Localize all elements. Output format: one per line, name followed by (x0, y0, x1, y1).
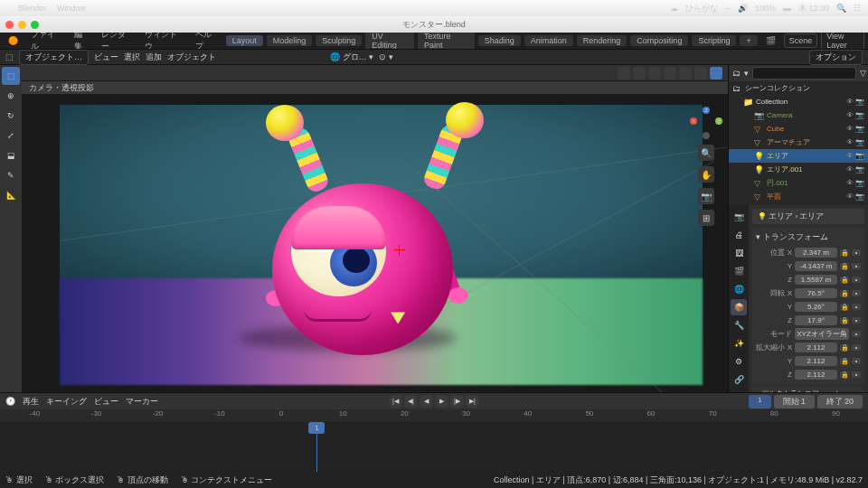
outliner-editor-icon[interactable]: 🗂 (732, 69, 741, 78)
tl-menu-keying[interactable]: キーイング (46, 396, 87, 408)
viewport-canvas[interactable]: X Y Z 🔍 ✋ 📷 ⊞ (22, 94, 728, 392)
perspective-icon[interactable]: ⊞ (698, 210, 714, 226)
loc-z[interactable]: 1.5587 m (795, 275, 837, 285)
workspace-tab-animation[interactable]: Animation (524, 35, 573, 46)
control-center-icon[interactable]: ☷ (854, 4, 861, 13)
shading-preview[interactable] (694, 67, 707, 80)
prop-tab-modifier[interactable]: 🔧 (731, 317, 747, 333)
volume-icon[interactable]: 🔊 (738, 4, 748, 13)
jump-start-button[interactable]: |◀ (390, 395, 402, 408)
minimize-icon[interactable] (18, 21, 26, 29)
outliner-row[interactable]: 💡エリア.001👁 📷 (729, 163, 868, 176)
transform-label[interactable]: トランスフォーム (763, 232, 828, 241)
keyframe-prev-button[interactable]: ◀| (405, 395, 418, 408)
frame-end[interactable]: 終了 20 (817, 395, 863, 408)
zoom-icon[interactable] (31, 21, 39, 29)
prop-tab-particles[interactable]: ✨ (731, 335, 747, 352)
vp-menu-add[interactable]: 追加 (146, 52, 162, 63)
play-button[interactable]: ▶ (436, 395, 448, 408)
workspace-add-tab[interactable]: + (740, 35, 757, 46)
timeline-ruler[interactable]: -40-30-20-100102030405060708090 (0, 409, 868, 422)
traffic-lights[interactable] (5, 21, 39, 29)
tool-rotate[interactable]: ⤢ (2, 127, 20, 145)
outliner-row[interactable]: ▽円.001👁 📷 (729, 176, 868, 190)
prop-tab-constraint[interactable]: 🔗 (731, 371, 747, 388)
loc-x[interactable]: 2.347 m (795, 248, 837, 258)
workspace-tab-shading[interactable]: Shading (478, 35, 521, 46)
tl-menu-marker[interactable]: マーカー (126, 396, 158, 408)
vp-menu-view[interactable]: ビュー (94, 52, 118, 63)
spotlight-icon[interactable]: 🔍 (836, 4, 846, 13)
prop-tab-physics[interactable]: ⚙ (731, 353, 747, 370)
keyframe-next-button[interactable]: |▶ (451, 395, 464, 408)
outliner-mode-icon[interactable]: ▾ (744, 69, 749, 78)
vp-menu-select[interactable]: 選択 (124, 52, 140, 63)
scene-selector[interactable]: Scene (784, 33, 818, 48)
tool-scale[interactable]: ⬓ (2, 146, 20, 164)
outliner-search[interactable] (752, 67, 856, 80)
workspace-tab-texpaint[interactable]: Texture Paint (418, 31, 475, 51)
app-menu-window[interactable]: Window (57, 4, 86, 13)
rot-x[interactable]: 76.5° (795, 288, 837, 298)
workspace-tab-rendering[interactable]: Rendering (577, 35, 627, 46)
outliner-row[interactable]: ▽Cube👁 📷 (729, 122, 868, 136)
rot-z[interactable]: 17.9° (795, 315, 837, 325)
tl-menu-view[interactable]: ビュー (94, 396, 118, 408)
orientation-selector[interactable]: 🌐 グロ… ▾ (330, 52, 373, 63)
xray-toggle[interactable] (648, 67, 661, 80)
tool-cursor[interactable]: ⊕ (2, 87, 20, 105)
options-popover[interactable]: オプション (809, 50, 863, 65)
blender-icon[interactable]: 🟠 (4, 34, 23, 47)
pan-icon[interactable]: ✋ (698, 166, 714, 183)
wifi-icon[interactable]: ⌢ (725, 4, 731, 14)
overlay-toggle[interactable] (618, 67, 630, 80)
play-reverse-button[interactable]: ◀ (420, 395, 433, 408)
scale-z[interactable]: 2.112 (795, 370, 837, 380)
outliner-row[interactable]: 💡エリア👁 📷 (729, 149, 868, 163)
workspace-tab-sculpting[interactable]: Sculpting (316, 35, 362, 46)
timeline-editor-icon[interactable]: 🕐 (5, 397, 15, 406)
jump-end-button[interactable]: ▶| (467, 395, 479, 408)
pivot-selector[interactable]: ⊙ ▾ (379, 52, 393, 61)
app-name[interactable]: Blender (18, 4, 46, 13)
workspace-tab-scripting[interactable]: Scripting (692, 35, 736, 46)
prop-tab-world[interactable]: 🌐 (731, 281, 747, 297)
viewport-gizmo[interactable]: X Y Z 🔍 ✋ 📷 ⊞ (690, 107, 722, 226)
workspace-tab-layout[interactable]: Layout (226, 35, 263, 46)
outliner-row[interactable]: 📁Collection👁 📷 (729, 95, 868, 108)
outliner-row[interactable]: ▽アーマチュア👁 📷 (729, 136, 868, 149)
shading-wireframe[interactable] (664, 67, 676, 80)
prop-tab-viewlayer[interactable]: 🖼 (731, 245, 747, 261)
scene-collection-label[interactable]: シーンコレクション (745, 83, 864, 93)
prop-tab-render[interactable]: 📷 (731, 209, 747, 225)
scale-x[interactable]: 2.112 (795, 343, 837, 352)
prop-tab-scene[interactable]: 🎬 (731, 263, 747, 279)
vp-menu-object[interactable]: オブジェクト (167, 52, 216, 63)
gizmo-toggle[interactable] (633, 67, 646, 80)
rot-y[interactable]: 5.26° (795, 302, 837, 312)
ime-indicator[interactable]: ひらがな (685, 3, 718, 14)
editor-type-icon[interactable]: ⬚ (5, 52, 14, 61)
outliner-filter-icon[interactable]: ▽ (860, 69, 866, 78)
loc-y[interactable]: -4.1437 m (795, 261, 837, 271)
tool-measure[interactable]: 📐 (2, 186, 20, 204)
tool-move[interactable]: ↻ (2, 107, 20, 125)
prop-tab-output[interactable]: 🖨 (731, 227, 747, 243)
workspace-tab-modeling[interactable]: Modeling (267, 35, 313, 46)
shading-solid[interactable] (679, 67, 692, 80)
orbit-gizmo[interactable]: X Y Z (690, 107, 722, 139)
timeline-track[interactable]: 1 (0, 422, 868, 472)
mode-selector[interactable]: オブジェクト… (19, 50, 89, 65)
outliner-row[interactable]: 📷Camera👁 📷 (729, 108, 868, 122)
playhead[interactable]: 1 (316, 422, 317, 472)
tool-select[interactable]: ⬚ (2, 67, 20, 85)
zoom-icon[interactable]: 🔍 (698, 145, 714, 161)
workspace-tab-compositing[interactable]: Compositing (630, 35, 688, 46)
outliner-row[interactable]: ▽平面👁 📷 (729, 190, 868, 203)
tl-menu-play[interactable]: 再生 (23, 396, 39, 408)
scale-y[interactable]: 2.112 (795, 356, 837, 366)
frame-start[interactable]: 開始 1 (774, 395, 815, 408)
camera-icon[interactable]: 📷 (698, 188, 714, 204)
rot-mode[interactable]: XYZオイラー角 (795, 328, 849, 340)
prop-tab-object[interactable]: 📦 (731, 299, 747, 315)
